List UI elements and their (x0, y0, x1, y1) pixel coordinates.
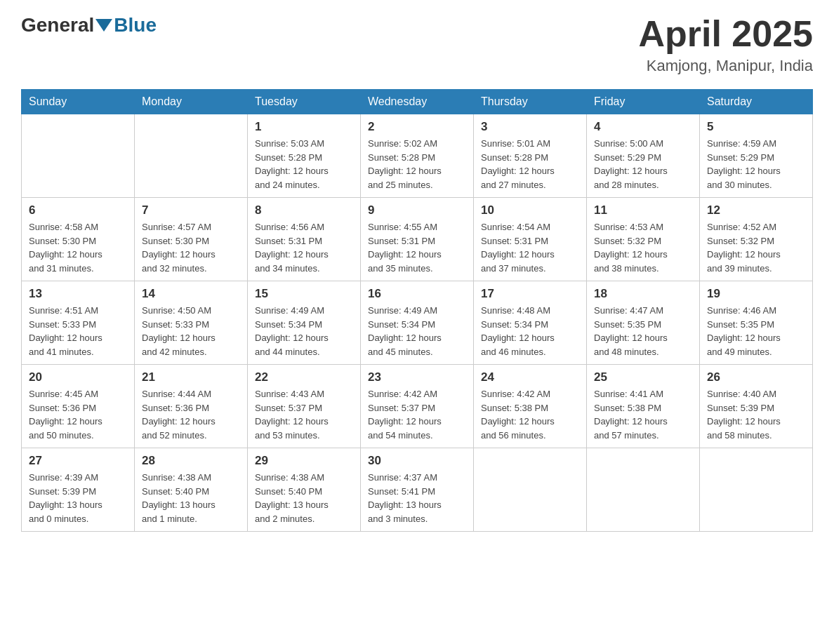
day-info: Sunrise: 5:00 AM Sunset: 5:29 PM Dayligh… (594, 137, 692, 192)
column-header-saturday: Saturday (700, 90, 813, 114)
logo: General Blue (21, 14, 157, 36)
day-info: Sunrise: 4:49 AM Sunset: 5:34 PM Dayligh… (255, 304, 353, 358)
calendar-cell: 15Sunrise: 4:49 AM Sunset: 5:34 PM Dayli… (248, 281, 361, 365)
day-info: Sunrise: 4:54 AM Sunset: 5:31 PM Dayligh… (481, 220, 579, 275)
day-info: Sunrise: 4:43 AM Sunset: 5:37 PM Dayligh… (255, 387, 353, 442)
day-number: 16 (368, 287, 466, 301)
logo-triangle-icon (95, 19, 112, 32)
calendar-cell: 7Sunrise: 4:57 AM Sunset: 5:30 PM Daylig… (135, 198, 248, 281)
page-header: General Blue April 2025 Kamjong, Manipur… (21, 14, 813, 75)
day-number: 12 (707, 203, 805, 217)
day-info: Sunrise: 4:38 AM Sunset: 5:40 PM Dayligh… (255, 471, 353, 525)
day-info: Sunrise: 4:41 AM Sunset: 5:38 PM Dayligh… (594, 387, 692, 442)
day-number: 11 (594, 203, 692, 217)
day-number: 26 (707, 370, 805, 384)
day-number: 22 (255, 370, 353, 384)
day-number: 19 (707, 287, 805, 301)
day-info: Sunrise: 4:38 AM Sunset: 5:40 PM Dayligh… (142, 471, 240, 525)
calendar-week-row: 20Sunrise: 4:45 AM Sunset: 5:36 PM Dayli… (22, 365, 813, 448)
calendar-cell: 1Sunrise: 5:03 AM Sunset: 5:28 PM Daylig… (248, 114, 361, 198)
day-number: 25 (594, 370, 692, 384)
day-info: Sunrise: 5:01 AM Sunset: 5:28 PM Dayligh… (481, 137, 579, 192)
calendar-week-row: 13Sunrise: 4:51 AM Sunset: 5:33 PM Dayli… (22, 281, 813, 365)
calendar-cell: 26Sunrise: 4:40 AM Sunset: 5:39 PM Dayli… (700, 365, 813, 448)
day-info: Sunrise: 4:42 AM Sunset: 5:38 PM Dayligh… (481, 387, 579, 442)
day-number: 9 (368, 203, 466, 217)
day-info: Sunrise: 4:55 AM Sunset: 5:31 PM Dayligh… (368, 220, 466, 275)
calendar-cell (474, 448, 587, 532)
day-info: Sunrise: 4:57 AM Sunset: 5:30 PM Dayligh… (142, 220, 240, 275)
day-number: 18 (594, 287, 692, 301)
calendar-cell: 12Sunrise: 4:52 AM Sunset: 5:32 PM Dayli… (700, 198, 813, 281)
day-info: Sunrise: 4:45 AM Sunset: 5:36 PM Dayligh… (29, 387, 127, 442)
day-number: 2 (368, 120, 466, 134)
day-number: 20 (29, 370, 127, 384)
column-header-thursday: Thursday (474, 90, 587, 114)
day-number: 28 (142, 454, 240, 468)
calendar-cell: 6Sunrise: 4:58 AM Sunset: 5:30 PM Daylig… (22, 198, 135, 281)
calendar-cell: 30Sunrise: 4:37 AM Sunset: 5:41 PM Dayli… (361, 448, 474, 532)
calendar-table: SundayMondayTuesdayWednesdayThursdayFrid… (21, 89, 813, 532)
calendar-cell: 21Sunrise: 4:44 AM Sunset: 5:36 PM Dayli… (135, 365, 248, 448)
logo-blue-text: Blue (114, 14, 157, 36)
calendar-title: April 2025 (638, 14, 813, 54)
calendar-cell (135, 114, 248, 198)
calendar-cell: 11Sunrise: 4:53 AM Sunset: 5:32 PM Dayli… (587, 198, 700, 281)
calendar-cell: 19Sunrise: 4:46 AM Sunset: 5:35 PM Dayli… (700, 281, 813, 365)
column-header-wednesday: Wednesday (361, 90, 474, 114)
calendar-week-row: 27Sunrise: 4:39 AM Sunset: 5:39 PM Dayli… (22, 448, 813, 532)
day-number: 10 (481, 203, 579, 217)
calendar-cell: 20Sunrise: 4:45 AM Sunset: 5:36 PM Dayli… (22, 365, 135, 448)
column-header-sunday: Sunday (22, 90, 135, 114)
column-header-monday: Monday (135, 90, 248, 114)
calendar-cell: 8Sunrise: 4:56 AM Sunset: 5:31 PM Daylig… (248, 198, 361, 281)
day-number: 14 (142, 287, 240, 301)
day-number: 24 (481, 370, 579, 384)
day-info: Sunrise: 4:42 AM Sunset: 5:37 PM Dayligh… (368, 387, 466, 442)
day-info: Sunrise: 5:03 AM Sunset: 5:28 PM Dayligh… (255, 137, 353, 192)
calendar-header-row: SundayMondayTuesdayWednesdayThursdayFrid… (22, 90, 813, 114)
calendar-cell (587, 448, 700, 532)
calendar-week-row: 6Sunrise: 4:58 AM Sunset: 5:30 PM Daylig… (22, 198, 813, 281)
day-number: 27 (29, 454, 127, 468)
calendar-cell: 14Sunrise: 4:50 AM Sunset: 5:33 PM Dayli… (135, 281, 248, 365)
day-info: Sunrise: 4:48 AM Sunset: 5:34 PM Dayligh… (481, 304, 579, 358)
calendar-cell (700, 448, 813, 532)
day-info: Sunrise: 4:52 AM Sunset: 5:32 PM Dayligh… (707, 220, 805, 275)
day-number: 23 (368, 370, 466, 384)
day-number: 21 (142, 370, 240, 384)
day-number: 15 (255, 287, 353, 301)
day-info: Sunrise: 5:02 AM Sunset: 5:28 PM Dayligh… (368, 137, 466, 192)
day-info: Sunrise: 4:58 AM Sunset: 5:30 PM Dayligh… (29, 220, 127, 275)
day-info: Sunrise: 4:49 AM Sunset: 5:34 PM Dayligh… (368, 304, 466, 358)
day-number: 3 (481, 120, 579, 134)
day-info: Sunrise: 4:47 AM Sunset: 5:35 PM Dayligh… (594, 304, 692, 358)
calendar-cell: 22Sunrise: 4:43 AM Sunset: 5:37 PM Dayli… (248, 365, 361, 448)
calendar-cell: 10Sunrise: 4:54 AM Sunset: 5:31 PM Dayli… (474, 198, 587, 281)
title-area: April 2025 Kamjong, Manipur, India (638, 14, 813, 75)
day-info: Sunrise: 4:50 AM Sunset: 5:33 PM Dayligh… (142, 304, 240, 358)
calendar-cell: 28Sunrise: 4:38 AM Sunset: 5:40 PM Dayli… (135, 448, 248, 532)
calendar-cell: 5Sunrise: 4:59 AM Sunset: 5:29 PM Daylig… (700, 114, 813, 198)
calendar-cell: 9Sunrise: 4:55 AM Sunset: 5:31 PM Daylig… (361, 198, 474, 281)
calendar-cell: 3Sunrise: 5:01 AM Sunset: 5:28 PM Daylig… (474, 114, 587, 198)
calendar-cell: 4Sunrise: 5:00 AM Sunset: 5:29 PM Daylig… (587, 114, 700, 198)
day-info: Sunrise: 4:39 AM Sunset: 5:39 PM Dayligh… (29, 471, 127, 525)
day-info: Sunrise: 4:46 AM Sunset: 5:35 PM Dayligh… (707, 304, 805, 358)
calendar-cell: 13Sunrise: 4:51 AM Sunset: 5:33 PM Dayli… (22, 281, 135, 365)
calendar-cell: 17Sunrise: 4:48 AM Sunset: 5:34 PM Dayli… (474, 281, 587, 365)
calendar-subtitle: Kamjong, Manipur, India (638, 57, 813, 75)
day-number: 29 (255, 454, 353, 468)
day-info: Sunrise: 4:59 AM Sunset: 5:29 PM Dayligh… (707, 137, 805, 192)
day-number: 17 (481, 287, 579, 301)
calendar-week-row: 1Sunrise: 5:03 AM Sunset: 5:28 PM Daylig… (22, 114, 813, 198)
day-number: 6 (29, 203, 127, 217)
calendar-cell: 23Sunrise: 4:42 AM Sunset: 5:37 PM Dayli… (361, 365, 474, 448)
calendar-cell: 18Sunrise: 4:47 AM Sunset: 5:35 PM Dayli… (587, 281, 700, 365)
calendar-cell: 27Sunrise: 4:39 AM Sunset: 5:39 PM Dayli… (22, 448, 135, 532)
day-info: Sunrise: 4:40 AM Sunset: 5:39 PM Dayligh… (707, 387, 805, 442)
day-number: 5 (707, 120, 805, 134)
day-number: 4 (594, 120, 692, 134)
day-info: Sunrise: 4:56 AM Sunset: 5:31 PM Dayligh… (255, 220, 353, 275)
column-header-tuesday: Tuesday (248, 90, 361, 114)
